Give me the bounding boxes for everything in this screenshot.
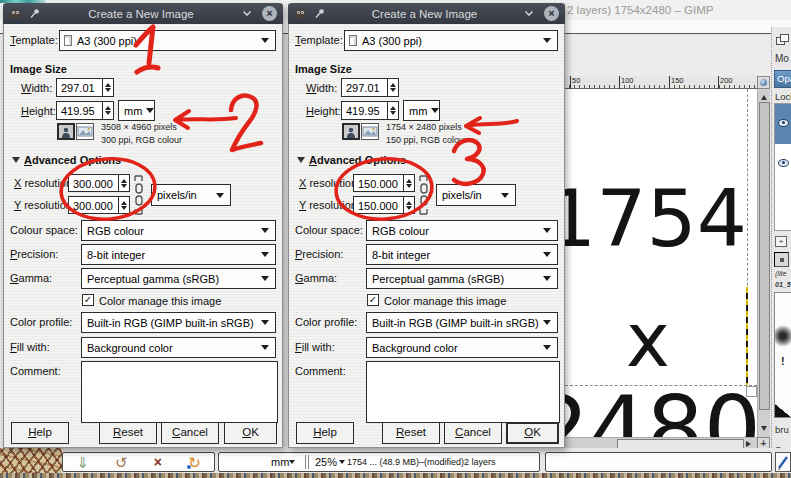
cancel-button[interactable]: Cancel — [444, 422, 502, 444]
layer-row[interactable] — [775, 144, 791, 184]
layer-resize-handle[interactable] — [746, 386, 757, 397]
dialog-titlebar[interactable]: Create a New Image × — [288, 3, 565, 24]
help-button[interactable]: Help — [296, 422, 354, 444]
height-input[interactable]: 419.95 — [341, 101, 399, 120]
ok-button[interactable]: OK — [224, 422, 277, 444]
opacity-slider[interactable]: Opa — [774, 70, 791, 88]
spinner-buttons[interactable] — [102, 79, 113, 96]
color-profile-select[interactable]: Built-in RGB (GIMP built-in sRGB) — [81, 312, 276, 333]
shade-chevron-icon[interactable] — [524, 10, 534, 17]
wedge-shape — [775, 404, 791, 417]
spinner-buttons[interactable] — [387, 102, 398, 119]
fill-with-label: Fill with: — [10, 341, 50, 353]
bottom-strip: ⇓ ↺ × ↻ mm 25% 1754 ... (48.9 MB)–(modif… — [0, 448, 791, 478]
pin-icon[interactable] — [314, 8, 325, 19]
chevron-down-icon[interactable] — [339, 460, 345, 467]
delete-icon[interactable]: × — [154, 455, 162, 470]
vertical-scrollbar[interactable] — [757, 89, 770, 437]
vertical-scroll-thumb[interactable] — [759, 102, 770, 410]
layer-list[interactable] — [774, 103, 791, 231]
fill-with-select[interactable]: Background color — [366, 337, 558, 358]
portrait-orientation-button[interactable] — [57, 123, 75, 140]
expander-triangle-icon[interactable] — [297, 157, 305, 167]
visibility-eye-icon[interactable] — [778, 119, 789, 127]
scroll-up-icon[interactable] — [761, 92, 767, 100]
template-select[interactable]: A3 (300 ppi) — [59, 30, 276, 51]
resolution-unit-select[interactable]: pixels/in — [151, 184, 231, 206]
undo-icon[interactable]: ↺ — [115, 455, 128, 470]
precision-select[interactable]: 8-bit integer — [81, 244, 276, 265]
expander-triangle-icon[interactable] — [12, 157, 20, 167]
spin-up-icon — [390, 103, 396, 110]
ruler-corner-button[interactable] — [757, 76, 770, 89]
y-resolution-input[interactable]: 150.000 — [353, 196, 415, 214]
reset-button[interactable]: Reset — [382, 422, 440, 444]
landscape-orientation-button[interactable] — [361, 123, 379, 140]
help-button[interactable]: Help — [11, 422, 69, 444]
target-icon — [760, 79, 767, 86]
width-input[interactable]: 297.01 — [341, 78, 399, 97]
visibility-eye-icon[interactable] — [778, 159, 789, 167]
shade-chevron-icon[interactable] — [242, 10, 252, 17]
unit-select[interactable]: mm — [271, 453, 289, 471]
spinner-buttons[interactable] — [387, 79, 398, 96]
tool-pencil-button[interactable] — [775, 452, 791, 472]
gamma-select[interactable]: Perceptual gamma (sRGB) — [366, 268, 558, 289]
redo-icon[interactable]: ↻ — [188, 455, 201, 470]
unit-select[interactable]: mm — [118, 100, 155, 121]
template-select[interactable]: A3 (300 ppi) — [344, 30, 558, 51]
import-icon[interactable]: ⇓ — [76, 455, 89, 470]
y-resolution-input[interactable]: 300.000 — [68, 196, 130, 214]
gimp-window-title: 2 layers) 1754x2480 – GIMP — [567, 4, 713, 16]
canvas-text-line: x — [626, 297, 670, 383]
chevron-down-icon[interactable] — [289, 460, 295, 467]
pressed-tool-button[interactable] — [774, 252, 789, 267]
gamma-select[interactable]: Perceptual gamma (sRGB) — [81, 268, 276, 289]
chain-link-icon[interactable] — [418, 175, 430, 215]
fill-with-select[interactable]: Background color — [81, 337, 276, 358]
layer-row-selected[interactable] — [775, 104, 791, 144]
color-manage-checkbox[interactable]: ✓ — [367, 294, 379, 306]
colour-space-select[interactable]: RGB colour — [366, 220, 558, 241]
spinner-buttons[interactable] — [403, 175, 414, 191]
desktop-edge-noise — [0, 473, 791, 478]
comment-textarea[interactable] — [81, 361, 278, 423]
spinner-buttons[interactable] — [118, 175, 129, 191]
zoom-select[interactable]: 25% — [315, 453, 337, 471]
scroll-right-icon[interactable] — [746, 441, 754, 447]
gimp-wilber-icon — [9, 8, 22, 19]
cancel-button[interactable]: Cancel — [161, 422, 219, 444]
chain-link-icon[interactable] — [133, 175, 145, 215]
spinner-buttons[interactable] — [403, 197, 414, 213]
pin-icon[interactable] — [29, 8, 40, 19]
resolution-unit-select[interactable]: pixels/in — [436, 184, 516, 206]
height-input[interactable]: 419.95 — [56, 101, 114, 120]
close-icon[interactable]: × — [262, 6, 277, 21]
color-profile-select[interactable]: Built-in RGB (GIMP built-in sRGB) — [366, 312, 558, 333]
width-input[interactable]: 297.01 — [56, 78, 114, 97]
image-canvas[interactable]: 1754 x 2480 — [565, 89, 757, 437]
portrait-orientation-button[interactable] — [342, 123, 360, 140]
brush-preview[interactable]: ! — [774, 292, 791, 418]
reset-button[interactable]: Reset — [99, 422, 157, 444]
dialog-titlebar[interactable]: Create a New Image × — [3, 3, 283, 24]
layers-dock-panel: Mo Opa Lock + (lite 01_5 ! bru Spa — [771, 27, 791, 452]
scroll-down-icon[interactable] — [761, 426, 767, 434]
color-manage-checkbox[interactable]: ✓ — [82, 294, 94, 306]
new-layer-button[interactable]: + — [775, 236, 787, 247]
spinner-buttons[interactable] — [102, 102, 113, 119]
horizontal-ruler[interactable]: 50 100 150 200 — [565, 76, 757, 89]
image-size-heading: Image Size — [10, 63, 67, 75]
spinner-buttons[interactable] — [118, 197, 129, 213]
precision-select[interactable]: 8-bit integer — [366, 244, 558, 265]
close-icon[interactable]: × — [544, 6, 559, 21]
landscape-orientation-button[interactable] — [76, 123, 94, 140]
advanced-options-heading[interactable]: Advanced Options — [24, 154, 121, 166]
x-resolution-input[interactable]: 150.000 — [353, 174, 415, 192]
advanced-options-heading[interactable]: Advanced Options — [309, 154, 406, 166]
comment-textarea[interactable] — [366, 361, 560, 423]
x-resolution-input[interactable]: 300.000 — [68, 174, 130, 192]
unit-select[interactable]: mm — [403, 100, 440, 121]
colour-space-select[interactable]: RGB colour — [81, 220, 276, 241]
ok-button[interactable]: OK — [506, 422, 559, 444]
